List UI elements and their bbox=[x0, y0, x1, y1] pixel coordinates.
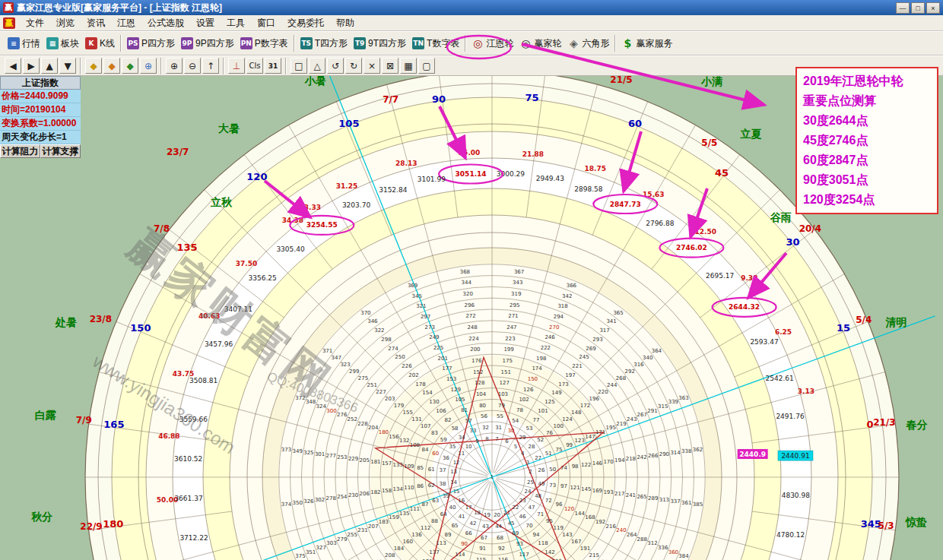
toolbar-separator bbox=[614, 35, 616, 52]
toolbar-item-t-table[interactable]: TNT数字表 bbox=[409, 35, 462, 52]
toolbar-separator bbox=[80, 58, 81, 74]
toolbar-item-p-table[interactable]: PNP数字表 bbox=[237, 35, 291, 52]
arrow-up-icon[interactable]: ↑ bbox=[202, 58, 219, 74]
diamond-orange-icon[interactable]: ◆ bbox=[103, 58, 120, 74]
toolbar-item-9p-square[interactable]: 9P9P四方形 bbox=[178, 35, 237, 52]
toolbar-separator bbox=[465, 35, 466, 52]
rect-tool-icon[interactable]: □ bbox=[291, 58, 307, 74]
toolbar-item-label: 9T四方形 bbox=[368, 37, 406, 50]
toolbar-item-winner-service[interactable]: $赢家服务 bbox=[618, 35, 675, 52]
info-row-2: 变换系数=1.00000 bbox=[0, 117, 81, 131]
toolbar-item-label: 板块 bbox=[61, 37, 79, 50]
winner-service-icon: $ bbox=[621, 37, 633, 49]
9t-square-icon: T9 bbox=[354, 37, 366, 49]
toolbar-item-label: 9P四方形 bbox=[195, 37, 234, 50]
toolbar-item-t-square[interactable]: TST四方形 bbox=[297, 35, 351, 52]
toolbar-item-hexagon[interactable]: ◈六角形 bbox=[564, 35, 612, 52]
grid-tool-icon[interactable]: ▦ bbox=[400, 58, 417, 74]
delete-icon[interactable]: × bbox=[364, 58, 380, 74]
toolbar-separator bbox=[294, 35, 295, 52]
t-square-icon: TS bbox=[300, 37, 313, 49]
select-region-icon[interactable]: ▢ bbox=[418, 58, 435, 74]
toolbar-item-label: P数字表 bbox=[255, 37, 288, 50]
toolbar-item-label: 江恩轮 bbox=[486, 37, 513, 50]
annotation-line-6: 120度3254点 bbox=[803, 190, 931, 210]
toolbar-separator bbox=[160, 58, 162, 74]
quotes-icon: ≡ bbox=[8, 37, 20, 49]
diamond-green-icon[interactable]: ◆ bbox=[122, 58, 138, 74]
menu-item-view[interactable]: 浏览 bbox=[50, 15, 81, 31]
toolbar-item-label: 赢家轮 bbox=[534, 37, 561, 50]
toolbar-item-p-square[interactable]: PSP四方形 bbox=[124, 35, 178, 52]
menu-item-news[interactable]: 资讯 bbox=[81, 15, 111, 31]
calendar-icon[interactable]: 31 bbox=[265, 58, 281, 74]
info-buttons: 计算阻力计算支撑 bbox=[0, 144, 81, 158]
toolbar-item-label: T数字表 bbox=[427, 37, 459, 50]
target-icon[interactable]: ⊕ bbox=[140, 58, 157, 74]
toolbar-item-kline[interactable]: KK线 bbox=[82, 35, 118, 52]
window-controls: — □ × bbox=[896, 2, 940, 14]
close-button[interactable]: × bbox=[926, 2, 940, 14]
index-name: 上证指数 bbox=[0, 76, 81, 90]
menu-item-trading[interactable]: 交易委托 bbox=[281, 15, 330, 31]
menu-item-help[interactable]: 帮助 bbox=[330, 15, 360, 31]
title-bar: 赢 赢家江恩专业版[赢家服务平台] - [上证指数 江恩轮] — □ × bbox=[0, 0, 943, 15]
info-button-1[interactable]: 计算支撑 bbox=[40, 144, 81, 158]
maximize-button[interactable]: □ bbox=[911, 2, 925, 14]
triangle-tool-icon[interactable]: △ bbox=[309, 58, 325, 74]
gann-wheel-icon: ◎ bbox=[472, 37, 484, 49]
p-square-icon: PS bbox=[127, 37, 139, 49]
cls-button[interactable]: Cls bbox=[246, 58, 263, 74]
menu-item-window[interactable]: 窗口 bbox=[251, 15, 281, 31]
kline-icon: K bbox=[85, 37, 97, 49]
toolbar-item-gann-wheel[interactable]: ◎江恩轮 bbox=[468, 35, 516, 52]
annotation-box: 2019年江恩轮中轮重要点位测算30度2644点45度2746点60度2847点… bbox=[795, 67, 938, 214]
menu-bar: 赢 文件浏览资讯江恩公式选股设置工具窗口交易委托帮助 bbox=[0, 15, 943, 31]
toolbar-separator bbox=[120, 35, 122, 52]
toolbar-item-label: 赢家服务 bbox=[636, 37, 672, 50]
forward-icon[interactable]: ▶ bbox=[23, 58, 40, 74]
minimize-button[interactable]: — bbox=[896, 2, 910, 14]
menu-item-formula-pick[interactable]: 公式选股 bbox=[141, 15, 190, 31]
down-triangle-icon[interactable]: ▼ bbox=[59, 58, 76, 74]
toolbar-item-label: 六角形 bbox=[582, 37, 609, 50]
menu-item-tools[interactable]: 工具 bbox=[221, 15, 251, 31]
tsquare-tool-icon[interactable]: ⊥ bbox=[228, 58, 245, 74]
info-panel: 上证指数 价格=2440.9099时间=20190104变换系数=1.00000… bbox=[0, 76, 81, 158]
zoom-out-icon[interactable]: ⊖ bbox=[184, 58, 201, 74]
info-button-0[interactable]: 计算阻力 bbox=[0, 144, 40, 158]
zoom-in-icon[interactable]: ⊕ bbox=[166, 58, 183, 74]
toolbar-separator bbox=[285, 58, 287, 74]
p-table-icon: PN bbox=[240, 37, 252, 49]
diamond-gold-icon[interactable]: ◆ bbox=[85, 58, 102, 74]
up-triangle-icon[interactable]: ▲ bbox=[41, 58, 58, 74]
info-row-0: 价格=2440.9099 bbox=[0, 90, 81, 103]
app-logo-icon: 赢 bbox=[3, 17, 15, 29]
info-row-1: 时间=20190104 bbox=[0, 103, 81, 117]
hexagon-icon: ◈ bbox=[567, 37, 579, 49]
annotation-line-0: 2019年江恩轮中轮 bbox=[803, 71, 931, 91]
annotation-line-1: 重要点位测算 bbox=[803, 91, 931, 111]
menu-item-settings[interactable]: 设置 bbox=[190, 15, 221, 31]
toolbar-item-quotes[interactable]: ≡行情 bbox=[5, 35, 43, 52]
toolbar-item-label: T四方形 bbox=[315, 37, 348, 50]
menu-item-file[interactable]: 文件 bbox=[20, 15, 50, 31]
back-icon[interactable]: ◀ bbox=[5, 58, 21, 74]
toolbar-item-sectors[interactable]: ▦板块 bbox=[43, 35, 82, 52]
toolbar-item-9t-square[interactable]: T99T四方形 bbox=[351, 35, 409, 52]
menu-item-gann[interactable]: 江恩 bbox=[111, 15, 141, 31]
t-table-icon: TN bbox=[412, 37, 424, 49]
toolbar-item-label: P四方形 bbox=[141, 37, 175, 50]
annotation-line-2: 30度2644点 bbox=[803, 111, 931, 131]
toolbar-item-winner-wheel[interactable]: ◎赢家轮 bbox=[516, 35, 564, 52]
cross-tool-icon[interactable]: ⊠ bbox=[382, 58, 398, 74]
info-rows: 价格=2440.9099时间=20190104变换系数=1.00000周天变化步… bbox=[0, 90, 81, 144]
sectors-icon: ▦ bbox=[46, 37, 59, 49]
annotation-line-4: 60度2847点 bbox=[803, 150, 931, 170]
toolbar-separator bbox=[223, 58, 224, 74]
rotate-ccw-icon[interactable]: ↺ bbox=[327, 58, 344, 74]
annotation-line-3: 45度2746点 bbox=[803, 131, 931, 150]
winner-wheel-icon: ◎ bbox=[519, 37, 532, 49]
rotate-cw-icon[interactable]: ↻ bbox=[345, 58, 362, 74]
info-row-3: 周天变化步长=1 bbox=[0, 131, 81, 144]
